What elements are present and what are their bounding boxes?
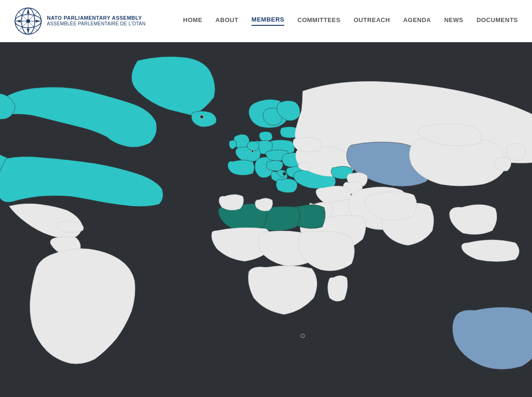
nav-documents[interactable]: DOCUMENTS [477, 16, 518, 25]
nav-about[interactable]: ABOUT [215, 16, 238, 25]
main-nav: HOME ABOUT MEMBERS COMMITTEES OUTREACH A… [183, 16, 518, 26]
svg-marker-9 [27, 29, 30, 33]
nav-agenda[interactable]: AGENDA [403, 16, 431, 25]
svg-point-7 [26, 19, 30, 23]
svg-point-13 [200, 115, 204, 119]
logo-line2: ASSEMBLÉE PARLEMENTAIRE DE L'OTAN [47, 21, 145, 27]
svg-point-14 [283, 172, 286, 176]
world-map [0, 42, 532, 397]
nav-home[interactable]: HOME [183, 16, 202, 25]
nav-members[interactable]: MEMBERS [251, 16, 284, 26]
nav-committees[interactable]: COMMITTEES [297, 16, 341, 25]
world-map-container [0, 42, 532, 397]
logo-area: NATO PARLIAMENTARY ASSEMBLY ASSEMBLÉE PA… [14, 7, 145, 35]
svg-marker-8 [27, 9, 30, 14]
nav-news[interactable]: NEWS [444, 16, 464, 25]
nato-pa-logo-icon [14, 7, 42, 35]
site-header: NATO PARLIAMENTARY ASSEMBLY ASSEMBLÉE PA… [0, 0, 532, 42]
nav-outreach[interactable]: OUTREACH [354, 16, 390, 25]
svg-point-15 [251, 150, 254, 152]
svg-marker-11 [36, 20, 40, 23]
logo-text: NATO PARLIAMENTARY ASSEMBLY ASSEMBLÉE PA… [47, 15, 145, 27]
svg-marker-10 [16, 20, 21, 23]
svg-point-16 [301, 334, 304, 338]
logo-line1: NATO PARLIAMENTARY ASSEMBLY [47, 15, 145, 21]
